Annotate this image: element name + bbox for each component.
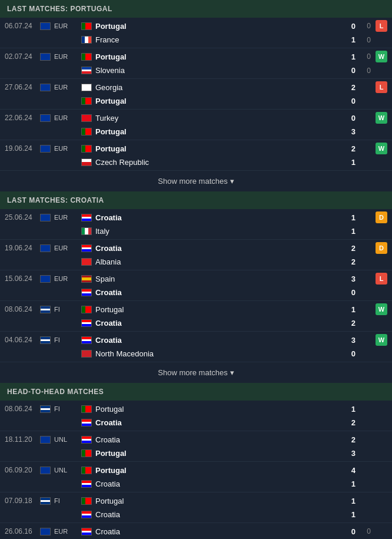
table-row[interactable]: Italy 1 <box>0 224 392 240</box>
comp-flag-icon <box>40 306 51 313</box>
team2: Italy <box>81 227 344 236</box>
table-row[interactable]: Slovenia 0 0 <box>0 64 392 79</box>
table-row[interactable]: 25.06.24 EUR Croatia 1 D <box>0 209 392 224</box>
match-date: 08.06.24 <box>5 305 40 313</box>
comp-name: EUR <box>54 145 68 152</box>
team2-score: 3 <box>344 449 356 458</box>
table-row[interactable]: Croatia 0 <box>0 286 392 301</box>
table-row[interactable]: North Macedonia 0 <box>0 347 392 362</box>
comp-name: EUR <box>54 275 68 282</box>
match-date: 25.06.24 <box>5 213 40 221</box>
last-croatia-header: LAST MATCHES: CROATIA <box>0 191 392 209</box>
competition: UNL <box>40 436 81 444</box>
match-date: 08.06.24 <box>5 405 40 413</box>
team2-score: 1 <box>344 35 356 44</box>
table-row[interactable]: Albania 2 <box>0 255 392 270</box>
croatia-show-more-button[interactable]: Show more matches ▾ <box>0 362 392 383</box>
table-row[interactable]: Croatia 2 <box>0 316 392 332</box>
table-row[interactable]: 06.07.24 EUR Portugal 0 0 L <box>0 18 392 33</box>
team1-score: 4 <box>344 466 356 475</box>
comp-flag-icon <box>40 53 51 61</box>
comp-flag-icon <box>40 405 51 413</box>
team2: Slovenia <box>81 66 344 75</box>
table-row[interactable]: 18.11.20 UNL Croatia 2 <box>0 431 392 447</box>
match-date: 04.06.24 <box>5 336 40 344</box>
team1-name: Georgia <box>95 83 122 92</box>
table-row[interactable]: Czech Republic 1 <box>0 156 392 171</box>
h2h-matches-list: 08.06.24 FI Portugal 1 Croatia 2 18.11.2… <box>0 401 392 539</box>
result-badge: D <box>376 211 387 223</box>
team2-score: 1 <box>344 510 356 519</box>
score-extra: 0 <box>359 67 371 75</box>
team2-flag-icon <box>81 319 92 327</box>
competition: FI <box>40 306 81 313</box>
competition: EUR <box>40 53 81 61</box>
competition: UNL <box>40 467 81 474</box>
comp-name: EUR <box>54 114 68 121</box>
table-row[interactable]: 08.06.24 FI Portugal 1 W <box>0 301 392 316</box>
team2-name: North Macedonia <box>95 349 154 358</box>
team1-flag-icon <box>81 145 92 153</box>
team1-name: Portugal <box>95 497 124 505</box>
comp-flag-icon <box>40 436 51 444</box>
team2-score: 1 <box>344 227 356 236</box>
table-row[interactable]: 08.06.24 FI Portugal 1 <box>0 401 392 416</box>
team1-score: 1 <box>344 405 356 414</box>
table-row[interactable]: 26.06.16 EUR Croatia 0 0 <box>0 523 392 538</box>
competition: EUR <box>40 145 81 153</box>
table-row[interactable]: 19.06.24 EUR Croatia 2 D <box>0 240 392 255</box>
comp-flag-icon <box>40 528 51 535</box>
team2-name: France <box>95 35 119 44</box>
team1-flag-icon <box>81 114 92 122</box>
team1: Spain <box>81 275 344 283</box>
result-badge: W <box>376 303 387 315</box>
team2-name: Czech Republic <box>95 158 149 167</box>
team1-flag-icon <box>81 275 92 283</box>
team2: Croatia <box>81 510 344 519</box>
table-row[interactable]: 02.07.24 EUR Portugal 1 0 W <box>0 48 392 64</box>
team1: Croatia <box>81 336 344 345</box>
team1-name: Croatia <box>95 244 122 253</box>
table-row[interactable]: France 1 0 <box>0 33 392 48</box>
team1: Croatia <box>81 435 344 444</box>
team1: Turkey <box>81 114 344 123</box>
team1-score: 1 <box>344 497 356 505</box>
table-row[interactable]: 04.06.24 FI Croatia 3 W <box>0 332 392 347</box>
table-row[interactable]: 15.06.24 EUR Spain 3 L <box>0 270 392 286</box>
team2-score: 1 <box>344 158 356 167</box>
team1-name: Portugal <box>95 22 127 31</box>
table-row[interactable]: 27.06.24 EUR Georgia 2 L <box>0 79 392 94</box>
table-row[interactable]: Portugal 0 <box>0 94 392 110</box>
team1-name: Croatia <box>95 527 120 536</box>
table-row[interactable]: 07.09.18 FI Portugal 1 <box>0 492 392 508</box>
team1-flag-icon <box>81 467 92 474</box>
comp-name: FI <box>54 497 60 504</box>
table-row[interactable]: 19.06.24 EUR Portugal 2 W <box>0 140 392 156</box>
team1-score: 2 <box>344 144 356 153</box>
croatia-matches-list: 25.06.24 EUR Croatia 1 D Italy 1 19.06.2… <box>0 209 392 362</box>
score-extra: 0 <box>359 52 371 61</box>
match-date: 26.06.16 <box>5 527 40 535</box>
team1-flag-icon <box>81 306 92 313</box>
competition: EUR <box>40 84 81 91</box>
team2-score: 2 <box>344 319 356 328</box>
table-row[interactable]: 06.09.20 UNL Portugal 4 <box>0 462 392 477</box>
table-row[interactable]: 22.06.24 EUR Turkey 0 W <box>0 110 392 125</box>
portugal-show-more-button[interactable]: Show more matches ▾ <box>0 171 392 191</box>
result-badge: L <box>376 20 387 32</box>
comp-flag-icon <box>40 336 51 344</box>
table-row[interactable]: Portugal 3 <box>0 447 392 462</box>
table-row[interactable]: Croatia 1 <box>0 508 392 523</box>
portugal-matches-list: 06.07.24 EUR Portugal 0 0 L France 1 0 0… <box>0 18 392 171</box>
team2-name: Croatia <box>95 418 122 427</box>
result-badge: W <box>376 51 387 62</box>
result-badge: L <box>376 81 387 93</box>
team1-score: 2 <box>344 244 356 253</box>
table-row[interactable]: Portugal 3 <box>0 125 392 140</box>
team2-flag-icon <box>81 67 92 74</box>
comp-name: EUR <box>54 22 68 29</box>
table-row[interactable]: Croatia 2 <box>0 416 392 431</box>
team2-score: 0 <box>344 288 356 297</box>
table-row[interactable]: Croatia 1 <box>0 477 392 492</box>
team1: Portugal <box>81 466 344 475</box>
